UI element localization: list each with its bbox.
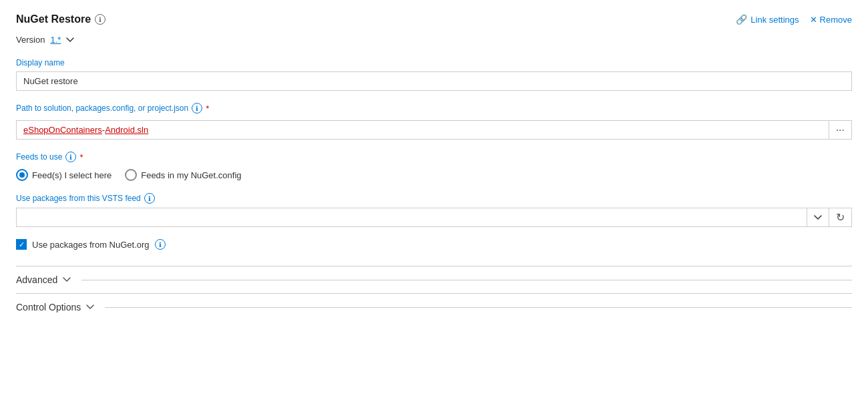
display-name-input[interactable] — [16, 71, 852, 91]
nuget-org-info-icon[interactable]: ℹ — [155, 239, 166, 250]
main-container: NuGet Restore ℹ 🔗 Link settings ✕ Remove… — [0, 0, 868, 416]
advanced-separator — [81, 280, 852, 280]
advanced-chevron-down-icon — [63, 277, 71, 282]
page-title: NuGet Restore — [16, 13, 91, 25]
control-options-chevron-down-icon — [86, 304, 94, 310]
vsts-feed-label: Use packages from this VSTS feed — [16, 194, 141, 203]
version-value[interactable]: 1.* — [50, 35, 61, 45]
advanced-section[interactable]: Advanced — [16, 266, 852, 293]
path-prefix: eShopOnContainers — [23, 125, 102, 135]
nuget-org-label: Use packages from NuGet.org — [32, 240, 150, 250]
feeds-info-icon[interactable]: ℹ — [65, 152, 76, 162]
vsts-feed-refresh-button[interactable]: ↻ — [829, 208, 851, 226]
path-display[interactable]: eShopOnContainers - Android.sln — [17, 121, 829, 139]
path-input-wrapper: eShopOnContainers - Android.sln ··· — [16, 120, 852, 140]
refresh-icon: ↻ — [836, 211, 845, 224]
chevron-down-icon — [66, 36, 74, 44]
display-name-group: Display name — [16, 58, 852, 91]
radio-outer-nuget-config — [125, 169, 137, 181]
feeds-label-row: Feeds to use ℹ * — [16, 152, 852, 162]
vsts-feed-info-icon[interactable]: ℹ — [144, 193, 155, 204]
title-info-icon[interactable]: ℹ — [95, 14, 105, 25]
vsts-feed-dropdown-button[interactable] — [807, 208, 829, 226]
path-info-icon[interactable]: ℹ — [192, 103, 202, 114]
control-options-title: Control Options — [16, 302, 81, 313]
header-row: NuGet Restore ℹ 🔗 Link settings ✕ Remove — [16, 13, 852, 25]
radio-label-nuget-config: Feeds in my NuGet.config — [141, 170, 241, 180]
close-icon: ✕ — [810, 15, 817, 25]
path-label: Path to solution, packages.config, or pr… — [16, 103, 188, 113]
vsts-feed-input[interactable] — [17, 208, 807, 226]
nuget-org-checkbox[interactable]: ✓ — [16, 239, 27, 250]
control-options-section[interactable]: Control Options — [16, 293, 852, 321]
feeds-group: Feeds to use ℹ * Feed(s) I select here F… — [16, 152, 852, 181]
path-group: Path to solution, packages.config, or pr… — [16, 103, 852, 140]
version-row: Version 1.* — [16, 35, 852, 45]
check-icon: ✓ — [19, 241, 25, 248]
path-required-star: * — [206, 103, 209, 114]
link-settings-button[interactable]: 🔗 Link settings — [736, 14, 799, 25]
link-icon: 🔗 — [736, 14, 747, 25]
radio-option-select-here[interactable]: Feed(s) I select here — [16, 169, 112, 181]
nuget-org-checkbox-row: ✓ Use packages from NuGet.org ℹ — [16, 239, 852, 250]
vsts-feed-label-row: Use packages from this VSTS feed ℹ — [16, 193, 852, 204]
vsts-feed-group: Use packages from this VSTS feed ℹ ↻ — [16, 193, 852, 227]
display-name-label: Display name — [16, 58, 852, 67]
path-label-row: Path to solution, packages.config, or pr… — [16, 103, 852, 114]
version-dropdown[interactable] — [66, 36, 74, 44]
vsts-chevron-down-icon — [814, 215, 822, 220]
control-options-separator — [105, 307, 852, 308]
path-suffix: Android.sln — [105, 125, 148, 135]
advanced-title: Advanced — [16, 274, 57, 285]
header-actions: 🔗 Link settings ✕ Remove — [736, 14, 852, 25]
feeds-label: Feeds to use — [16, 152, 62, 162]
radio-inner-select-here — [19, 172, 25, 178]
feeds-required-star: * — [79, 152, 83, 162]
path-browse-button[interactable]: ··· — [829, 121, 851, 139]
remove-button[interactable]: ✕ Remove — [810, 15, 852, 25]
radio-label-select-here: Feed(s) I select here — [32, 170, 112, 180]
vsts-feed-dropdown-wrapper: ↻ — [16, 208, 852, 227]
version-label: Version — [16, 35, 45, 45]
radio-outer-select-here — [16, 169, 28, 181]
radio-option-nuget-config[interactable]: Feeds in my NuGet.config — [125, 169, 241, 181]
feeds-radio-group: Feed(s) I select here Feeds in my NuGet.… — [16, 169, 852, 181]
ellipsis-icon: ··· — [836, 124, 845, 136]
title-section: NuGet Restore ℹ — [16, 13, 105, 25]
